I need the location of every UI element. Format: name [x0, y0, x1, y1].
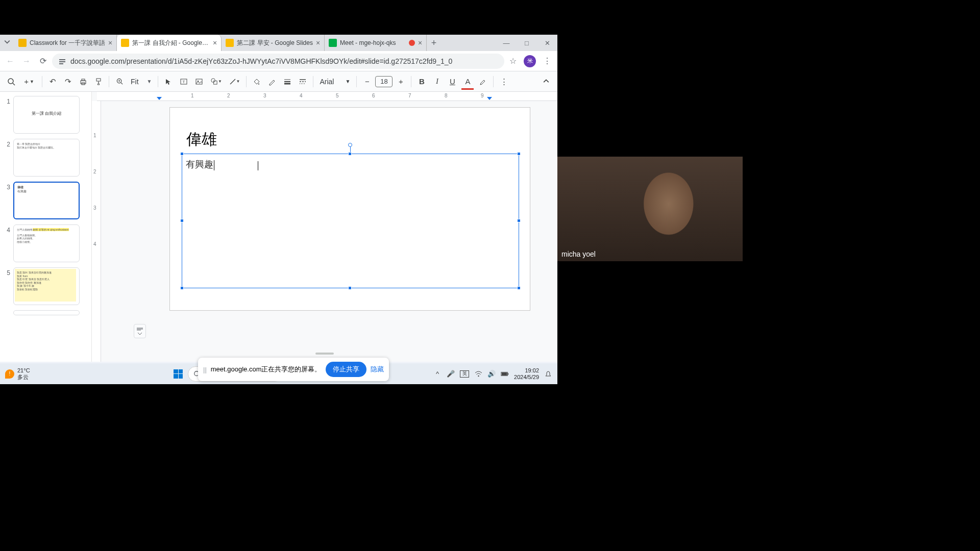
svg-rect-8 — [96, 79, 101, 81]
maximize-button[interactable]: □ — [517, 35, 537, 51]
redo-button[interactable]: ↷ — [61, 74, 75, 89]
paint-format-button[interactable] — [91, 74, 106, 89]
slide-thumbnail-3[interactable]: 偉雄有興趣 — [13, 182, 80, 219]
mic-icon[interactable]: 🎤 — [447, 370, 455, 378]
slide-thumbnail-1[interactable]: 第一課 自我介紹 — [13, 96, 80, 134]
taskbar-clock[interactable]: 19:022024/5/29 — [514, 367, 539, 380]
highlight-button[interactable] — [476, 74, 490, 89]
svg-point-17 — [211, 79, 215, 83]
undo-button[interactable]: ↶ — [45, 74, 60, 89]
select-tool[interactable] — [161, 74, 176, 89]
hide-popup-button[interactable]: 隐藏 — [371, 365, 384, 374]
bold-button[interactable]: B — [414, 74, 429, 89]
resize-handle-sw[interactable] — [180, 286, 184, 290]
new-slide-button[interactable]: +▼ — [19, 74, 39, 89]
svg-point-38 — [478, 375, 479, 376]
start-button[interactable] — [170, 366, 186, 382]
tray-overflow-button[interactable]: ^ — [433, 370, 442, 378]
meet-pip-window[interactable]: micha yoel — [557, 157, 743, 261]
rotate-handle[interactable] — [348, 143, 352, 147]
profile-button[interactable]: 米 — [524, 55, 536, 67]
new-tab-button[interactable]: + — [427, 35, 441, 51]
svg-rect-1 — [59, 61, 65, 62]
slide-editor: 1 2 3 4 5 6 7 8 9 1 2 3 4 — [92, 92, 557, 362]
slide-canvas[interactable]: 偉雄 有興趣 — [169, 107, 530, 311]
close-window-button[interactable]: ✕ — [537, 35, 557, 51]
body-textbox[interactable]: 有興趣 — [182, 154, 519, 288]
tab-meet[interactable]: Meet - mge-hojx-qks × — [325, 35, 427, 51]
print-button[interactable] — [76, 74, 90, 89]
underline-button[interactable]: U — [445, 74, 459, 89]
border-color-button[interactable] — [265, 74, 279, 89]
speaker-notes-toggle[interactable] — [134, 324, 146, 338]
close-icon[interactable]: × — [418, 39, 422, 47]
slide-thumbnail-4[interactable]: 台灣人很熱情 熱情 好客的 rè qíng enthusiasm 台灣人都很熱情… — [13, 224, 80, 262]
resize-handle-nw[interactable] — [180, 152, 184, 156]
address-bar[interactable]: docs.google.com/presentation/d/1iA5d-zKe… — [52, 54, 504, 69]
resize-handle-se[interactable] — [517, 286, 521, 290]
tab-title: 第一課 自我介紹 - Google Slid — [132, 39, 210, 47]
close-icon[interactable]: × — [108, 39, 112, 47]
svg-point-3 — [8, 79, 13, 84]
tab-classwork[interactable]: Classwork for 一千字說華語 × — [14, 35, 117, 51]
more-tools-button[interactable]: ⋮ — [497, 74, 511, 89]
notes-divider-handle[interactable] — [315, 353, 334, 355]
border-dash-button[interactable] — [296, 74, 310, 89]
volume-icon[interactable]: 🔊 — [487, 370, 496, 378]
weather-icon: ! — [5, 369, 14, 379]
italic-button[interactable]: I — [430, 74, 444, 89]
horizontal-ruler[interactable]: 1 2 3 4 5 6 7 8 9 — [97, 92, 557, 101]
tab-slides-2[interactable]: 第二課 早安 - Google Slides × — [222, 35, 325, 51]
search-menu-button[interactable] — [4, 74, 18, 89]
zoom-select[interactable]: Fit▼ — [128, 78, 155, 86]
slide-title-text[interactable]: 偉雄 — [186, 129, 217, 150]
forward-button[interactable]: → — [19, 54, 34, 68]
line-tool[interactable]: ▼ — [226, 74, 243, 89]
resize-handle-s[interactable] — [348, 286, 352, 290]
border-weight-button[interactable] — [280, 74, 295, 89]
font-size-input[interactable]: 18 — [375, 76, 393, 87]
vertical-ruler[interactable]: 1 2 3 4 — [92, 101, 101, 362]
resize-handle-ne[interactable] — [517, 152, 521, 156]
weather-widget[interactable]: ! 21°C多云 — [0, 367, 35, 380]
font-increase-button[interactable]: + — [394, 74, 408, 89]
font-select[interactable]: Arial▼ — [316, 78, 353, 86]
recording-icon — [409, 40, 415, 46]
tab-slides-1[interactable]: 第一課 自我介紹 - Google Slid × — [117, 35, 222, 51]
svg-rect-6 — [82, 79, 85, 81]
image-tool[interactable] — [192, 74, 206, 89]
zoom-button[interactable] — [112, 74, 127, 89]
minimize-button[interactable]: — — [496, 35, 517, 51]
collapse-toolbar-button[interactable] — [539, 74, 553, 89]
shape-tool[interactable]: ▼ — [207, 74, 225, 89]
font-decrease-button[interactable]: − — [360, 74, 374, 89]
participant-video — [557, 157, 743, 261]
body-text[interactable]: 有興趣 — [186, 158, 214, 170]
notifications-button[interactable] — [544, 370, 552, 378]
fill-color-button[interactable] — [250, 74, 264, 89]
tab-search-button[interactable] — [0, 35, 14, 49]
reload-button[interactable]: ⟳ — [36, 54, 50, 68]
ime-icon[interactable]: 英 — [460, 370, 469, 378]
browser-menu-button[interactable]: ⋮ — [540, 56, 554, 66]
resize-handle-n[interactable] — [348, 152, 352, 156]
wifi-icon[interactable] — [474, 370, 482, 378]
slide-thumbnail-6[interactable] — [13, 310, 80, 315]
text-color-button[interactable]: A — [460, 74, 475, 89]
resize-handle-e[interactable] — [517, 219, 521, 222]
back-button[interactable]: ← — [3, 54, 17, 68]
battery-icon[interactable] — [501, 370, 509, 378]
slide-thumbnail-5[interactable]: 我是 我叫 我來自印尼的雅加達我來 from我是 印尼 我來自 我是印尼人我住在… — [13, 267, 80, 305]
participant-name: micha yoel — [561, 250, 596, 258]
close-icon[interactable]: × — [316, 39, 320, 47]
resize-handle-w[interactable] — [180, 219, 184, 222]
slides-toolbar: +▼ ↶ ↷ Fit▼ T ▼ ▼ Arial▼ − 18 + — [0, 71, 557, 92]
stop-sharing-button[interactable]: 停止共享 — [326, 362, 366, 377]
textbox-tool[interactable]: T — [177, 74, 191, 89]
site-info-icon[interactable] — [58, 57, 66, 65]
close-icon[interactable]: × — [213, 39, 217, 47]
svg-text:T: T — [183, 80, 185, 84]
bookmark-button[interactable]: ☆ — [509, 56, 517, 66]
drag-handle-icon[interactable]: || — [203, 366, 207, 373]
slide-thumbnail-2[interactable]: 第一章 我想去的地方我打算去什麼地方 我想去出國玩。 — [13, 139, 80, 177]
